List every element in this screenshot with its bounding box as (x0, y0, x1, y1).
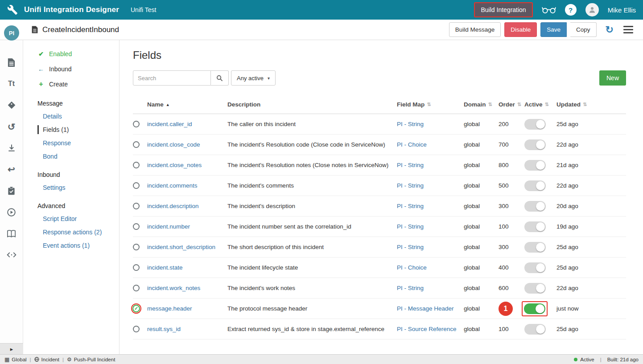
statusbar-item-global[interactable]: ▦Global (4, 357, 27, 362)
field-name-link[interactable]: incident.state (147, 264, 183, 271)
field-name-link[interactable]: message.header (147, 305, 192, 312)
field-name-link[interactable]: incident.work_notes (147, 285, 200, 291)
field-map-link[interactable]: PI - String (397, 203, 424, 209)
book-icon[interactable] (6, 228, 17, 239)
record-circle-icon[interactable] (133, 264, 140, 271)
field-map-link[interactable]: PI - String (397, 244, 424, 250)
sidebar-item-event-actions-1[interactable]: Event actions (1) (37, 239, 119, 252)
record-circle-icon[interactable] (133, 223, 140, 230)
build-message-button[interactable]: Build Message (449, 22, 501, 37)
column-header-order[interactable]: Order⇅ (499, 101, 524, 108)
field-map-link[interactable]: PI - String (397, 285, 424, 291)
play-icon[interactable] (6, 207, 17, 217)
active-toggle[interactable] (524, 283, 546, 294)
record-circle-icon[interactable] (133, 244, 140, 250)
active-toggle[interactable] (524, 303, 545, 314)
record-circle-icon[interactable] (133, 326, 140, 332)
field-order: 700 (499, 141, 524, 148)
active-toggle[interactable] (524, 160, 546, 171)
sidebar-item-response[interactable]: Response (37, 136, 119, 150)
active-toggle[interactable] (524, 324, 546, 335)
search-input[interactable] (133, 70, 211, 86)
active-filter-dropdown[interactable]: Any active ▾ (231, 70, 276, 86)
disable-button[interactable]: Disable (504, 22, 537, 37)
field-map-link[interactable]: PI - String (397, 121, 424, 127)
document-icon[interactable] (6, 57, 17, 68)
record-circle-icon[interactable] (133, 121, 140, 127)
active-toggle[interactable] (524, 262, 546, 273)
copy-button[interactable]: Copy (570, 22, 597, 37)
record-circle-icon[interactable] (133, 203, 140, 209)
column-header-field-map[interactable]: Field Map⇅ (397, 101, 464, 108)
field-name-link[interactable]: incident.close_code (147, 141, 200, 148)
field-name-cell: incident.description (147, 203, 227, 209)
field-map-link[interactable]: PI - Message Header (397, 305, 454, 312)
help-icon[interactable]: ? (565, 4, 577, 16)
field-name-link[interactable]: incident.caller_id (147, 121, 192, 127)
built-label: Built: 21d ago (607, 357, 639, 362)
record-circle-icon[interactable] (133, 141, 140, 148)
active-toggle[interactable] (524, 119, 546, 130)
sidebar-status-enabled[interactable]: ✔Enabled (37, 46, 119, 61)
field-order: 800 (499, 162, 524, 168)
column-header-domain[interactable]: Domain⇅ (464, 101, 499, 108)
field-name-link[interactable]: incident.number (147, 223, 190, 230)
active-toggle[interactable] (524, 201, 546, 212)
tag-icon[interactable] (6, 100, 17, 110)
glasses-icon[interactable] (542, 6, 556, 14)
code-icon[interactable] (6, 249, 17, 260)
new-button[interactable]: New (599, 70, 626, 86)
section-title: Fields (133, 49, 626, 62)
column-header-updated[interactable]: Updated⇅ (556, 101, 626, 108)
user-avatar[interactable] (585, 3, 599, 16)
separator: | (30, 357, 31, 362)
icon-rail: Tt↺↩ ▸ (0, 40, 23, 354)
sidebar-item-settings[interactable]: Settings (37, 181, 119, 194)
record-circle-icon[interactable] (133, 182, 140, 189)
statusbar-item-incident[interactable]: Incident (34, 357, 59, 362)
column-header-name[interactable]: Name▲ (147, 101, 227, 108)
field-map-link[interactable]: PI - Source Reference (397, 326, 457, 332)
record-status-cell (133, 141, 147, 148)
statusbar-item-push-pull-incident[interactable]: ⚙Push-Pull Incident (67, 357, 115, 362)
sidebar-status-inbound[interactable]: ←Inbound (37, 61, 119, 77)
field-map-link[interactable]: PI - String (397, 223, 424, 230)
history-icon[interactable]: ↺ (6, 121, 17, 132)
sidebar-item-fields-1[interactable]: Fields (1) (37, 123, 119, 136)
column-header-description[interactable]: Description (227, 101, 397, 108)
sidebar-item-bond[interactable]: Bond (37, 150, 119, 163)
field-name-link[interactable]: incident.comments (147, 182, 198, 189)
field-map-link[interactable]: PI - String (397, 182, 424, 189)
menu-icon[interactable] (623, 26, 633, 33)
active-toggle[interactable] (524, 180, 546, 191)
column-header-active[interactable]: Active⇅ (524, 101, 556, 108)
sidebar-item-script-editor[interactable]: Script Editor (37, 212, 119, 225)
save-button[interactable]: Save (540, 22, 567, 37)
download-icon[interactable] (6, 143, 17, 153)
sidebar-item-response-actions-2[interactable]: Response actions (2) (37, 225, 119, 239)
record-avatar[interactable]: PI (4, 25, 19, 41)
record-circle-icon[interactable] (133, 285, 140, 291)
build-integration-button[interactable]: Build Integration (474, 2, 532, 17)
active-toggle[interactable] (524, 242, 546, 253)
field-map-link[interactable]: PI - Choice (397, 141, 427, 148)
user-name[interactable]: Mike Ellis (608, 6, 636, 14)
record-circle-icon[interactable] (133, 162, 140, 168)
sidebar-item-details[interactable]: Details (37, 110, 119, 123)
active-toggle[interactable] (524, 139, 546, 150)
field-name-link[interactable]: incident.close_notes (147, 162, 202, 168)
field-name-link[interactable]: incident.description (147, 203, 199, 209)
text-format-icon[interactable]: Tt (6, 78, 17, 89)
expand-sidebar-icon[interactable]: ▸ (0, 343, 23, 354)
active-toggle[interactable] (524, 221, 546, 232)
search-button[interactable] (211, 70, 229, 86)
field-name-link[interactable]: incident.short_description (147, 244, 215, 250)
refresh-icon[interactable]: ↻ (606, 25, 614, 35)
field-map-link[interactable]: PI - Choice (397, 264, 427, 271)
field-name-link[interactable]: result.sys_id (147, 326, 181, 332)
reply-icon[interactable]: ↩ (6, 164, 17, 175)
tasks-icon[interactable] (6, 185, 17, 196)
active-check-icon[interactable]: ✓ (132, 305, 140, 312)
sidebar-status-create[interactable]: +Create (37, 77, 119, 92)
field-map-link[interactable]: PI - String (397, 162, 424, 168)
